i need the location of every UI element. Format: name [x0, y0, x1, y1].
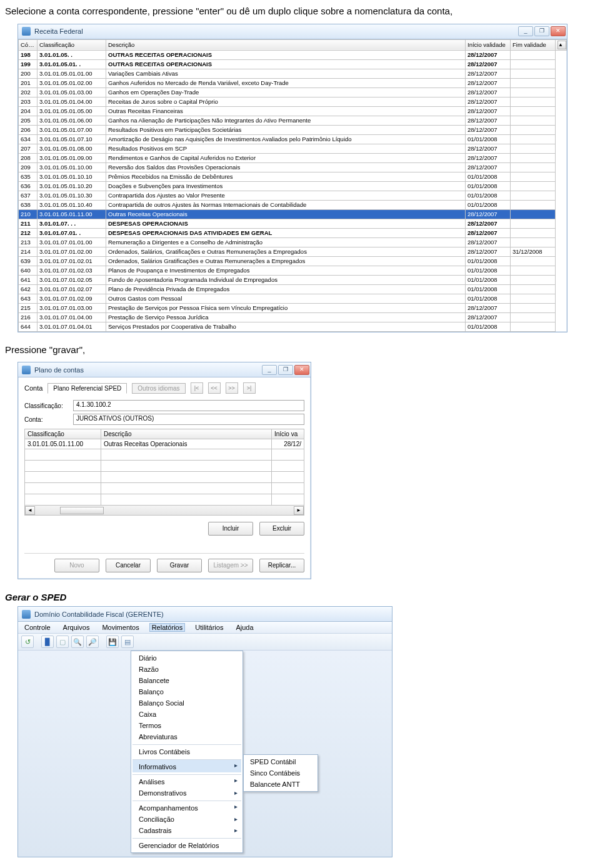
table-row[interactable]: 2113.01.01.07. . .DESPESAS OPERACIONAIS2…	[19, 219, 567, 228]
table-row[interactable]: 2033.01.01.05.01.04.00Receitas de Juros …	[19, 97, 567, 106]
table-row[interactable]: 2143.01.01.07.01.02.00Ordenados, Salário…	[19, 247, 567, 256]
nav-first[interactable]: |<	[191, 382, 203, 394]
menu-item[interactable]: Balanço	[132, 686, 241, 697]
close-button[interactable]: ✕	[294, 365, 309, 375]
table-row[interactable]: 2133.01.01.07.01.01.00Remuneração a Diri…	[19, 237, 567, 247]
minimize-button[interactable]: _	[518, 26, 533, 36]
menu-item[interactable]: Razão	[132, 664, 241, 675]
table-row[interactable]: 6373.01.01.05.01.10.30Contrapartida dos …	[19, 191, 567, 200]
table-row[interactable]: 6423.01.01.07.01.02.07Plano de Previdênc…	[19, 284, 567, 294]
table-row[interactable]: 2063.01.01.05.01.07.00Resultados Positiv…	[19, 125, 567, 134]
menu-item[interactable]: Gerenciador de Relatórios	[132, 838, 241, 851]
menu-item[interactable]: Informativos	[132, 759, 241, 772]
maximize-button[interactable]: ❐	[278, 365, 293, 375]
scroll-left-button[interactable]: ◄	[25, 506, 35, 515]
table-row[interactable]: 2043.01.01.05.01.05.00Outras Receitas Fi…	[19, 106, 567, 116]
menu-item[interactable]: Abreviaturas	[132, 731, 241, 742]
new-doc-icon[interactable]: ▢	[56, 636, 69, 648]
table-row[interactable]: 6443.01.01.07.01.04.01Serviços Prestados…	[19, 322, 567, 331]
book-icon[interactable]: ▤	[121, 636, 134, 648]
table-row[interactable]: 6433.01.01.07.01.02.09Outros Gastos com …	[19, 294, 567, 303]
titlebar[interactable]: Receita Federal _ ❐ ✕	[18, 24, 567, 39]
menu-item[interactable]: Demonstrativos	[132, 787, 241, 799]
table-row[interactable]: 6413.01.01.07.01.02.05Fundo de Aposentad…	[19, 275, 567, 284]
menu-item[interactable]: Caixa	[132, 709, 241, 720]
menu-ajuda[interactable]: Ajuda	[233, 623, 256, 632]
scroll-thumb[interactable]	[60, 507, 104, 514]
minimize-button[interactable]: _	[262, 365, 277, 375]
menubar[interactable]: ControleArquivosMovimentosRelatóriosUtil…	[18, 622, 392, 634]
menu-controle[interactable]: Controle	[22, 623, 53, 632]
col-classificacao[interactable]: Classificação	[38, 39, 106, 50]
informativos-submenu[interactable]: SPED ContábilSinco ContábeisBalancete AN…	[243, 754, 318, 792]
table-row[interactable]: 6353.01.01.05.01.10.10Prêmios Recebidos …	[19, 172, 567, 181]
table-row[interactable]: 2153.01.01.07.01.03.00Prestação de Servi…	[19, 303, 567, 312]
table-row[interactable]: 2053.01.01.05.01.06.00Ganhos na Alienaçã…	[19, 116, 567, 125]
table-row[interactable]: 3.01.01.05.01.11.00 Outras Receitas Oper…	[25, 439, 304, 449]
table-row[interactable]: 1993.01.01.05.01. .OUTRAS RECEITAS OPERA…	[19, 59, 567, 69]
table-row[interactable]: 2013.01.01.05.01.02.00Ganhos Auferidos n…	[19, 78, 567, 87]
table-row[interactable]: 2003.01.01.05.01.01.00Variações Cambiais…	[19, 69, 567, 78]
vertical-scrollbar[interactable]: ▲	[556, 39, 567, 50]
tab-plano-referencial[interactable]: Plano Referencial SPED	[48, 383, 127, 394]
col-descricao[interactable]: Descrição	[101, 429, 272, 439]
table-row[interactable]: 2023.01.01.05.01.03.00Ganhos em Operaçõe…	[19, 87, 567, 97]
submenu-item[interactable]: SPED Contábil	[245, 756, 316, 767]
col-codigo[interactable]: Código	[19, 39, 38, 50]
listagem-button[interactable]: Listagem >>	[208, 559, 253, 572]
nav-next[interactable]: >>	[226, 382, 238, 394]
menu-item[interactable]: Diário	[132, 652, 241, 664]
close-button[interactable]: ✕	[551, 26, 566, 36]
menu-item[interactable]: Termos	[132, 720, 241, 731]
table-row[interactable]: 2163.01.01.07.01.04.00Prestação de Servi…	[19, 312, 567, 322]
col-fim-validade[interactable]: Fim validade	[511, 39, 556, 50]
menu-item[interactable]: Conciliação	[132, 814, 241, 825]
col-descricao[interactable]: Descrição	[106, 39, 466, 50]
table-row[interactable]: 1983.01.01.05. .OUTRAS RECEITAS OPERACIO…	[19, 50, 567, 59]
table-row[interactable]: 6343.01.01.05.01.07.10Amortização de Des…	[19, 134, 567, 144]
menu-item[interactable]: Análises	[132, 774, 241, 787]
table-row[interactable]: 2073.01.01.05.01.08.00Resultados Positiv…	[19, 144, 567, 153]
table-row[interactable]: 2093.01.01.05.01.10.00Reversão dos Saldo…	[19, 162, 567, 172]
nav-prev[interactable]: <<	[208, 382, 221, 394]
tab-outros-idiomas[interactable]: Outros idiomas	[132, 383, 185, 394]
table-row[interactable]: 6383.01.01.05.01.10.40Contrapartida de o…	[19, 200, 567, 209]
col-inicio-va[interactable]: Início va	[272, 429, 304, 439]
menu-item[interactable]: Balancete	[132, 675, 241, 686]
menu-item[interactable]: Cadastrais	[132, 825, 241, 836]
table-row[interactable]: 6393.01.01.07.01.02.01Ordenados, Salário…	[19, 256, 567, 266]
replicar-button[interactable]: Replicar...	[259, 559, 304, 572]
linked-accounts-grid[interactable]: Classificação Descrição Início va 3.01.0…	[24, 429, 304, 506]
menu-item[interactable]: Livros Contábeis	[132, 744, 241, 757]
table-row[interactable]: 6363.01.01.05.01.10.20Doações e Subvençõ…	[19, 181, 567, 191]
col-classificacao[interactable]: Classificação	[25, 429, 101, 439]
maximize-button[interactable]: ❐	[534, 26, 549, 36]
table-row[interactable]: 6403.01.01.07.01.02.03Planos de Poupança…	[19, 266, 567, 275]
excluir-button[interactable]: Excluir	[259, 522, 304, 536]
menu-utilitários[interactable]: Utilitários	[192, 623, 226, 632]
menu-movimentos[interactable]: Movimentos	[99, 623, 141, 632]
back-icon[interactable]: ↺	[21, 636, 34, 648]
titlebar[interactable]: Domínio Contabilidade Fiscal (GERENTE)	[18, 607, 392, 622]
submenu-item[interactable]: Sinco Contábeis	[245, 767, 316, 779]
relatorios-dropdown[interactable]: DiárioRazãoBalanceteBalançoBalanço Socia…	[131, 651, 243, 853]
nav-last[interactable]: >|	[243, 382, 256, 394]
scroll-right-button[interactable]: ►	[294, 506, 304, 515]
zoom-icon[interactable]: 🔎	[86, 636, 99, 648]
conta-input[interactable]: JUROS ATIVOS (OUTROS)	[73, 414, 304, 425]
book-blue-icon[interactable]: ▉	[41, 636, 54, 648]
col-inicio-validade[interactable]: Início validade	[466, 39, 511, 50]
menu-relatórios[interactable]: Relatórios	[149, 623, 186, 632]
submenu-item[interactable]: Balancete ANTT	[245, 779, 316, 790]
menu-item[interactable]: Balanço Social	[132, 697, 241, 709]
novo-button[interactable]: Novo	[54, 559, 99, 572]
scroll-up-button[interactable]: ▲	[558, 41, 566, 49]
incluir-button[interactable]: Incluir	[208, 522, 253, 536]
menu-arquivos[interactable]: Arquivos	[61, 623, 92, 632]
cancelar-button[interactable]: Cancelar	[106, 559, 151, 572]
gravar-button[interactable]: Gravar	[157, 559, 202, 572]
table-row[interactable]: 2103.01.01.05.01.11.00Outras Receitas Op…	[19, 209, 567, 219]
table-row[interactable]: 2083.01.01.05.01.09.00Rendimentos e Ganh…	[19, 153, 567, 162]
table-row[interactable]: 2123.01.01.07.01. .DESPESAS OPERACIONAIS…	[19, 228, 567, 237]
classificacao-input[interactable]: 4.1.30.100.2	[73, 400, 304, 411]
